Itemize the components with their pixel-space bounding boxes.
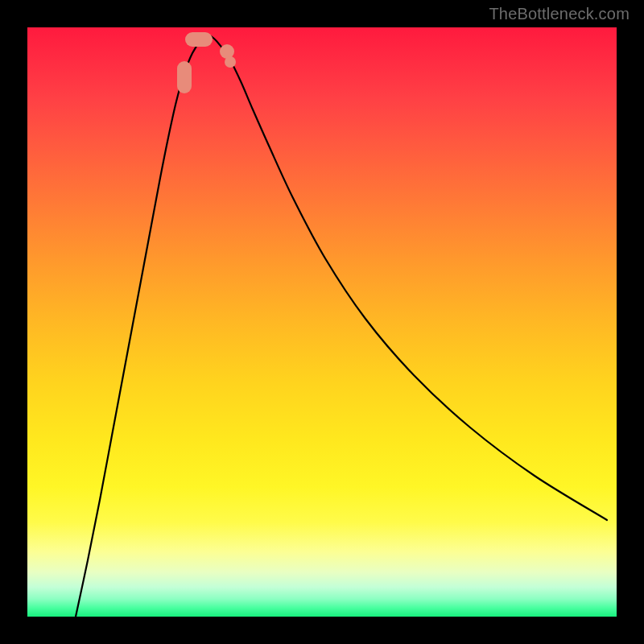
marker-m3	[220, 44, 234, 59]
watermark-label: TheBottleneck.com	[489, 5, 630, 23]
plot-area	[27, 27, 617, 617]
marker-m2	[185, 32, 213, 47]
chart-stage: TheBottleneck.com	[0, 0, 644, 644]
marker-m4	[225, 56, 236, 68]
marker-m1	[177, 61, 192, 93]
bottleneck-curve-path	[76, 35, 607, 617]
markers-group	[177, 32, 236, 93]
curve-layer	[27, 27, 617, 617]
